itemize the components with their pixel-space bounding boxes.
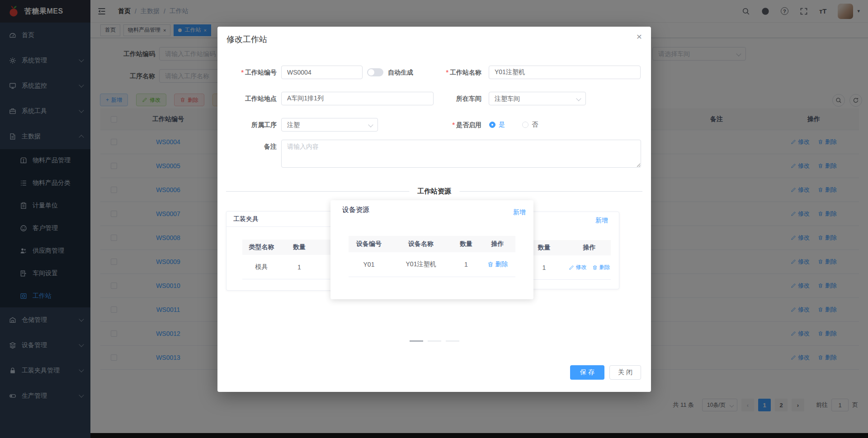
device-qty-cell: 1 (453, 261, 480, 268)
radio-dot (489, 122, 495, 128)
fixture-type-cell: 模具 (242, 263, 281, 271)
station-code-label: *工作站编号 (217, 66, 277, 79)
device-resource-card: 设备资源 新增 设备编号 设备名称 数量 操作 Y01 Y01注塑机 1 删除 (330, 200, 533, 299)
carousel-indicators (410, 340, 459, 342)
auto-generate-toggle[interactable] (367, 68, 383, 76)
fixture-header-type: 类型名称 (242, 243, 281, 251)
app-root: 苦糖果MES 首页 系统管理 系统监控 系统工具 (0, 0, 868, 438)
carousel-indicator-3[interactable] (446, 340, 459, 342)
device-table-row: Y01 Y01注塑机 1 删除 (349, 252, 515, 277)
section-divider-title: 工作站资源 (409, 187, 459, 196)
trash-icon (592, 265, 598, 270)
station-name-label: *工作站名称 (407, 66, 481, 79)
fixture-header-qty: 数量 (281, 243, 318, 251)
trash-icon (487, 261, 494, 268)
station-name-field[interactable] (489, 66, 641, 79)
device-table: 设备编号 设备名称 数量 操作 Y01 Y01注塑机 1 删除 (349, 236, 515, 277)
close-icon[interactable]: × (637, 31, 642, 42)
right-card-header-action: 操作 (568, 244, 611, 252)
process-label: 所属工序 (217, 118, 277, 132)
enabled-radio-group: 是 否 (489, 118, 538, 132)
device-header-code: 设备编号 (349, 240, 389, 248)
device-header-action: 操作 (480, 240, 515, 248)
right-card-add-link[interactable]: 新增 (595, 217, 608, 225)
right-card-edit-link[interactable]: 修改 (569, 264, 587, 271)
device-header-name: 设备名称 (389, 240, 453, 248)
required-mark: * (446, 69, 448, 76)
radio-dot (522, 122, 528, 128)
workshop-label: 所在车间 (407, 92, 481, 105)
device-add-link[interactable]: 新增 (513, 208, 526, 217)
modal-close-button[interactable]: 关 闭 (609, 365, 641, 380)
right-card-delete-link[interactable]: 删除 (592, 264, 610, 271)
station-location-label: 工作站地点 (217, 92, 277, 105)
process-select-value: 注塑 (287, 121, 300, 128)
fixture-qty-cell: 1 (281, 264, 318, 271)
modal-title: 修改工作站 (226, 34, 267, 45)
device-table-header: 设备编号 设备名称 数量 操作 (349, 236, 515, 252)
carousel-indicator-1[interactable] (410, 340, 423, 342)
station-code-field[interactable] (281, 66, 363, 79)
device-code-cell: Y01 (349, 261, 389, 268)
required-mark: * (453, 121, 455, 128)
device-card-title: 设备资源 (342, 206, 369, 214)
remark-textarea[interactable] (281, 140, 641, 168)
remark-label: 备注 (217, 140, 277, 153)
workshop-select[interactable]: 注塑车间 (489, 92, 586, 105)
enabled-label: *是否启用 (407, 118, 481, 132)
enabled-yes-radio[interactable]: 是 (489, 121, 505, 129)
save-button[interactable]: 保 存 (570, 365, 604, 380)
edit-icon (569, 265, 574, 270)
carousel-indicator-2[interactable] (428, 340, 441, 342)
device-header-qty: 数量 (453, 240, 480, 248)
required-mark: * (241, 69, 244, 76)
device-delete-link[interactable]: 删除 (487, 260, 508, 268)
process-select[interactable]: 注塑 (281, 118, 378, 132)
edit-workstation-modal: 修改工作站 × *工作站编号 自动生成 *工作站名称 工作站地点 所在车间 注塑… (217, 27, 651, 392)
workshop-select-value: 注塑车间 (495, 95, 520, 102)
device-name-cell: Y01注塑机 (389, 260, 453, 268)
enabled-no-radio[interactable]: 否 (522, 121, 538, 129)
